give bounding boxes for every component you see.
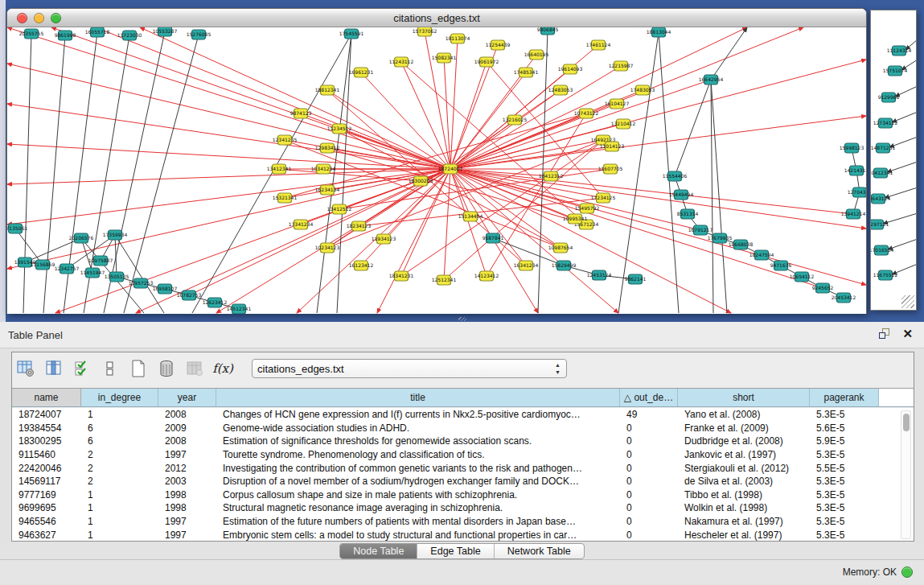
row-height-icon[interactable]: [101, 360, 119, 377]
graph-node[interactable]: 9806845: [537, 27, 559, 35]
graph-node[interactable]: 14123412: [474, 271, 499, 281]
graph-node[interactable]: 17016504: [871, 245, 893, 255]
graph-node[interactable]: 10643124: [871, 194, 890, 204]
graph-node[interactable]: 14214314: [844, 166, 866, 175]
graph-node[interactable]: 12623412: [203, 298, 228, 307]
column-header-title[interactable]: title: [216, 389, 620, 406]
close-window-icon[interactable]: [17, 13, 27, 23]
graph-node[interactable]: 15737062: [413, 27, 437, 36]
background-network-window[interactable]: 1112431415751074912996612734112148712311…: [870, 10, 917, 311]
graph-node[interactable]: 11156869: [31, 260, 55, 270]
graph-node[interactable]: 16782753: [177, 290, 202, 300]
graph-node[interactable]: 15082341: [432, 53, 457, 63]
graph-node[interactable]: 16055718: [85, 27, 110, 37]
graph-node[interactable]: 9874123: [290, 109, 312, 118]
window-titlebar[interactable]: citations_edges.txt: [7, 9, 866, 27]
table-scrollbar[interactable]: [901, 410, 911, 539]
graph-node[interactable]: 16961231: [349, 68, 374, 77]
graph-node[interactable]: 17485341: [514, 68, 539, 77]
graph-node[interactable]: 19061972: [474, 57, 499, 67]
delete-table-icon[interactable]: [158, 360, 175, 377]
close-panel-icon[interactable]: ✕: [902, 328, 913, 340]
graph-node[interactable]: 17341234: [289, 220, 314, 229]
tab-network-table[interactable]: Network Table: [495, 544, 584, 558]
table-row[interactable]: 946362711997Embryonic stem cells: a mode…: [12, 528, 914, 541]
graph-node[interactable]: 10234123: [315, 243, 340, 253]
graph-node[interactable]: 18812341: [315, 85, 340, 95]
graph-node[interactable]: 14871231: [871, 143, 895, 153]
graph-node[interactable]: 11675512: [873, 270, 898, 280]
graph-node[interactable]: 17545591: [339, 29, 364, 39]
graph-node[interactable]: 11607705: [598, 164, 623, 174]
table-row[interactable]: 1456911722003Disruption of a novel membe…: [12, 475, 914, 488]
graph-node[interactable]: 14512341: [227, 304, 252, 314]
graph-node[interactable]: 17461124: [586, 40, 611, 50]
graph-node[interactable]: 13210412: [611, 119, 636, 129]
graph-node[interactable]: 17135061: [7, 224, 27, 233]
graph-node[interactable]: 10654112: [790, 272, 815, 282]
new-table-icon[interactable]: [129, 360, 147, 377]
table-row[interactable]: 1872400712008Changes of HCN gene express…: [12, 408, 914, 422]
column-header-short[interactable]: short: [678, 389, 810, 406]
graph-node[interactable]: 11124314: [887, 46, 912, 56]
graph-node[interactable]: 20355755: [19, 29, 44, 39]
graph-node[interactable]: 15751074: [883, 66, 908, 76]
graph-node[interactable]: 19297121: [871, 220, 889, 229]
graph-node[interactable]: 13505135: [105, 272, 129, 282]
table-row[interactable]: 977716911998Corpus callosum shape and si…: [12, 488, 914, 502]
graph-node[interactable]: 11554406: [663, 171, 688, 181]
table-row[interactable]: 969969511998Structural magnetic resonanc…: [12, 501, 914, 515]
table-row[interactable]: 1938455462009Genome-wide association stu…: [12, 422, 914, 435]
graph-node[interactable]: 16341234: [514, 261, 539, 270]
graph-node[interactable]: 15449494: [669, 190, 694, 200]
graph-node[interactable]: 16640195: [524, 50, 549, 60]
graph-node[interactable]: 16642954: [699, 75, 724, 84]
graph-node[interactable]: 11243112: [389, 57, 414, 67]
function-builder-icon[interactable]: f(x): [214, 360, 232, 377]
graph-node[interactable]: 9861998: [55, 31, 76, 40]
resize-grip-icon[interactable]: [901, 295, 914, 308]
table-row[interactable]: 1830029562008Estimation of significance …: [12, 435, 914, 448]
graph-node[interactable]: 12512341: [432, 275, 457, 285]
graph-node[interactable]: 17957253: [129, 278, 154, 288]
graph-node[interactable]: 9471676: [770, 261, 792, 270]
table-row[interactable]: 946554611997Estimation of the future num…: [12, 515, 914, 529]
graph-node[interactable]: 15276085: [187, 30, 211, 39]
network-graph[interactable]: 1872400711607705164921231074312212483053…: [7, 27, 866, 314]
table-selector-dropdown[interactable]: citations_edges.txt ▲▼: [252, 359, 567, 378]
memory-ok-icon[interactable]: [901, 566, 913, 578]
graph-node[interactable]: 9862141: [625, 274, 647, 284]
graph-node[interactable]: 18113074: [446, 34, 470, 43]
graph-node[interactable]: 9129966: [878, 93, 900, 102]
graph-node[interactable]: 13941214: [841, 209, 866, 219]
minimize-window-icon[interactable]: [34, 13, 44, 23]
graph-node[interactable]: 10412341: [871, 168, 893, 178]
modify-table-icon[interactable]: [17, 360, 35, 377]
column-header-name[interactable]: name: [12, 389, 81, 406]
select-columns-icon[interactable]: [73, 360, 91, 377]
graph-node[interactable]: 15495792: [575, 204, 600, 213]
graph-node[interactable]: 8531314: [677, 209, 699, 219]
graph-node[interactable]: 18300295: [409, 176, 433, 186]
graph-node[interactable]: 13216025: [503, 115, 528, 125]
graph-node[interactable]: 11723030: [117, 31, 142, 40]
graph-node[interactable]: 13412341: [267, 164, 292, 174]
graph-node[interactable]: 12483053: [548, 85, 573, 95]
graph-node[interactable]: 11934123: [372, 234, 396, 244]
graph-node[interactable]: 16123412: [349, 261, 374, 270]
graph-node[interactable]: 18668038: [729, 240, 754, 249]
graph-node[interactable]: 17359934: [103, 230, 128, 240]
graph-node[interactable]: 17234125: [591, 193, 616, 203]
graph-node[interactable]: 12734112: [873, 118, 898, 128]
graph-node[interactable]: 11451947: [80, 268, 105, 278]
graph-node[interactable]: 15829499: [552, 261, 577, 270]
splitter-handle[interactable]: [458, 317, 466, 321]
tab-node-table[interactable]: Node Table: [340, 544, 417, 558]
table-row[interactable]: 2242004622012Investigating the contribut…: [12, 461, 914, 475]
show-columns-icon[interactable]: [45, 360, 63, 377]
graph-node[interactable]: 12342757: [55, 264, 80, 274]
graph-node[interactable]: 15321341: [273, 193, 298, 203]
graph-node[interactable]: 19614093: [558, 64, 583, 74]
graph-node[interactable]: 18813044: [647, 27, 671, 37]
graph-node[interactable]: 16958107: [153, 284, 178, 294]
